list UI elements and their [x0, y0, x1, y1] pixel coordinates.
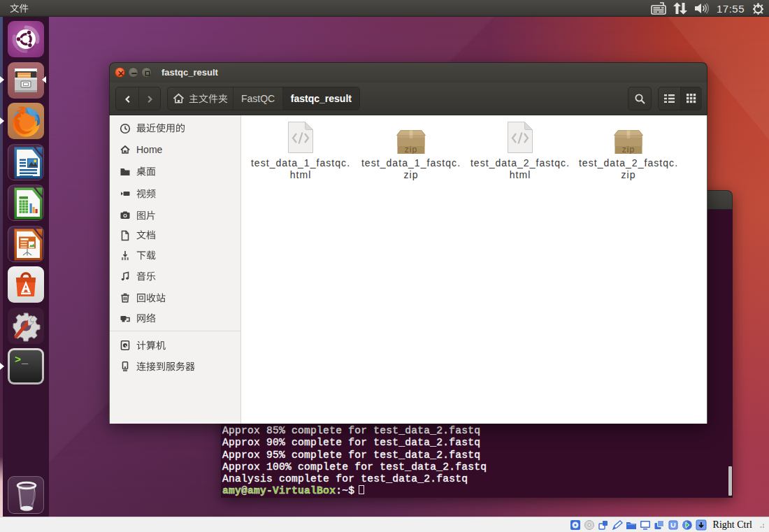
svg-text:zip: zip — [622, 145, 635, 154]
svg-text:zip: zip — [405, 145, 418, 154]
